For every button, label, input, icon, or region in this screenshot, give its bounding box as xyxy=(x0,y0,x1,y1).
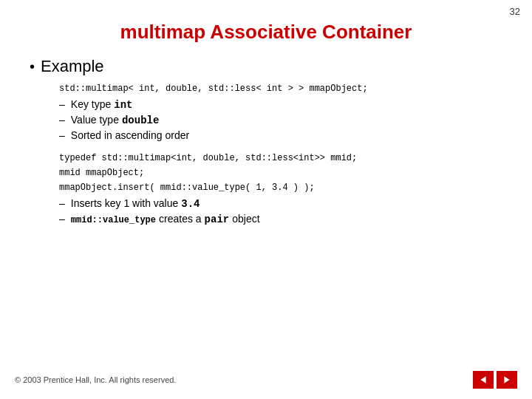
example-bullet: • Example xyxy=(30,57,502,76)
next-button[interactable] xyxy=(497,371,517,389)
sorted-text: Sorted in ascending order xyxy=(71,129,189,141)
code-multimap-decl: std::multimap< int, double, std::less< i… xyxy=(59,83,502,94)
value-type-code: double xyxy=(122,115,159,126)
nav-buttons xyxy=(473,371,517,389)
dash-sym-3: – xyxy=(59,129,65,141)
code-insert: mmapObject.insert( mmid::value_type( 1, … xyxy=(59,183,502,193)
key-label: Key type xyxy=(71,98,111,110)
code-mmid-decl: mmid mmapObject; xyxy=(59,168,502,178)
dash-item-sorted: – Sorted in ascending order xyxy=(59,129,502,141)
example-label: Example xyxy=(41,57,104,76)
dash-item-key: – Key type int xyxy=(59,98,502,111)
dash-item-inserts: – Inserts key 1 with value 3.4 xyxy=(59,197,502,210)
value-label: Value type xyxy=(71,114,119,126)
inserts-value-code: 3.4 xyxy=(181,198,200,210)
inserts-label: Inserts key 1 with value xyxy=(71,197,179,209)
dash-sym-2: – xyxy=(59,114,65,126)
pair-code: pair xyxy=(205,214,230,225)
dash-item-valuetype: – mmid::value_type creates a pair object xyxy=(59,213,502,225)
prev-button[interactable] xyxy=(473,371,494,389)
svg-marker-1 xyxy=(504,376,509,383)
bullet-dot: • xyxy=(30,58,35,75)
code-typedef: typedef std::multimap<int, double, std::… xyxy=(59,153,502,163)
content-area: • Example std::multimap< int, double, st… xyxy=(0,57,532,225)
key-type-code: int xyxy=(114,99,132,111)
next-icon xyxy=(502,375,511,384)
svg-marker-0 xyxy=(480,376,485,383)
creates-label: creates a xyxy=(159,213,202,225)
dash-sym-5: – xyxy=(59,213,65,225)
footer-text: © 2003 Prentice Hall, Inc. All rights re… xyxy=(15,375,176,384)
prev-icon xyxy=(479,375,488,384)
valuetype-code: mmid::value_type xyxy=(71,215,156,225)
object-label: object xyxy=(232,213,259,225)
dash-item-value: – Value type double xyxy=(59,114,502,126)
dash-sym-1: – xyxy=(59,98,65,110)
footer: © 2003 Prentice Hall, Inc. All rights re… xyxy=(0,371,532,389)
slide-title: multimap Associative Container xyxy=(0,21,532,44)
dash-sym-4: – xyxy=(59,197,65,209)
slide-number: 32 xyxy=(510,6,520,17)
